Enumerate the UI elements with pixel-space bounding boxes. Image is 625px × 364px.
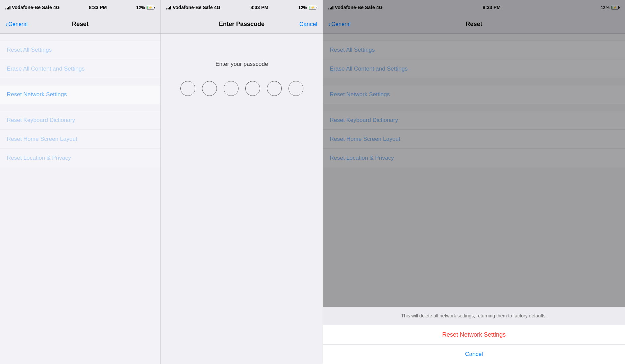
network-label-right: 4G — [376, 5, 383, 10]
passcode-dot-4 — [245, 81, 260, 96]
network-label-middle: 4G — [214, 5, 221, 10]
signal-icon-middle — [166, 5, 171, 9]
confirm-reset-button[interactable]: Reset Network Settings — [323, 325, 625, 345]
back-label-right: General — [331, 21, 351, 27]
separator-2-left — [0, 104, 160, 111]
battery-percent: 12% — [136, 5, 145, 10]
network-label: 4G — [53, 5, 60, 10]
middle-panel: Vodafone-Be Safe 4G 8:33 PM 12% ⚡ Enter … — [160, 0, 323, 364]
settings-group-2-right: Reset Network Settings — [323, 85, 625, 104]
battery-icon-right: ⚡ — [611, 6, 620, 9]
right-reset-all-settings[interactable]: Reset All Settings — [323, 41, 625, 59]
status-bar-middle-info: Vodafone-Be Safe 4G — [166, 5, 220, 10]
left-reset-home-screen[interactable]: Reset Home Screen Layout — [0, 130, 160, 149]
battery-percent-middle: 12% — [298, 5, 307, 10]
signal-icon — [5, 5, 10, 9]
nav-title-left: Reset — [72, 21, 89, 28]
action-sheet: This will delete all network settings, r… — [323, 307, 625, 364]
separator-1-left — [0, 78, 160, 85]
settings-group-2-left: Reset Network Settings — [0, 85, 160, 104]
battery-icon: ⚡ — [147, 6, 155, 9]
time-label-right: 8:33 PM — [483, 5, 501, 10]
separator-2-right — [323, 104, 625, 111]
action-sheet-message: This will delete all network settings, r… — [323, 307, 625, 325]
left-panel: Vodafone-Be Safe 4G 8:33 PM 12% ⚡ ‹ Gene… — [0, 0, 160, 364]
nav-bar-right: ‹ General Reset — [323, 15, 625, 34]
status-bar-left: Vodafone-Be Safe 4G 8:33 PM 12% ⚡ — [0, 0, 160, 15]
nav-title-right: Reset — [466, 21, 482, 28]
passcode-dot-2 — [202, 81, 217, 96]
nav-bar-middle: Enter Passcode Cancel — [161, 15, 323, 34]
carrier-label: Vodafone-Be Safe — [12, 5, 52, 10]
settings-list-right: Reset All Settings Erase All Content and… — [323, 34, 625, 167]
right-reset-location[interactable]: Reset Location & Privacy — [323, 149, 625, 167]
battery-icon-middle: ⚡ — [309, 6, 317, 9]
back-arrow-icon-right: ‹ — [328, 21, 331, 27]
action-sheet-cancel-button[interactable]: Cancel — [323, 345, 625, 364]
carrier-label-middle: Vodafone-Be Safe — [173, 5, 213, 10]
status-bar-right-info: Vodafone-Be Safe 4G — [328, 5, 382, 10]
status-bar-middle: Vodafone-Be Safe 4G 8:33 PM 12% ⚡ — [161, 0, 323, 15]
status-bar-right: Vodafone-Be Safe 4G 8:33 PM 12% ⚡ — [323, 0, 625, 15]
left-reset-keyboard[interactable]: Reset Keyboard Dictionary — [0, 111, 160, 130]
carrier-label-right: Vodafone-Be Safe — [335, 5, 375, 10]
passcode-dot-3 — [224, 81, 239, 96]
status-bar-left-info: Vodafone-Be Safe 4G — [5, 5, 59, 10]
settings-group-3-right: Reset Keyboard Dictionary Reset Home Scr… — [323, 111, 625, 167]
separator-1-right — [323, 78, 625, 85]
cancel-button-middle[interactable]: Cancel — [299, 21, 317, 28]
right-reset-keyboard[interactable]: Reset Keyboard Dictionary — [323, 111, 625, 130]
back-label-left: General — [8, 21, 28, 27]
passcode-dots — [180, 81, 303, 96]
time-label-middle: 8:33 PM — [250, 5, 268, 10]
nav-title-middle: Enter Passcode — [219, 21, 265, 28]
right-erase-all-content[interactable]: Erase All Content and Settings — [323, 59, 625, 78]
battery-area: 12% ⚡ — [136, 5, 155, 10]
passcode-dot-6 — [289, 81, 303, 96]
battery-area-middle: 12% ⚡ — [298, 5, 317, 10]
time-label: 8:33 PM — [89, 5, 107, 10]
settings-group-1-left: Reset All Settings Erase All Content and… — [0, 41, 160, 78]
nav-bar-left: ‹ General Reset — [0, 15, 160, 34]
right-reset-network-settings[interactable]: Reset Network Settings — [323, 85, 625, 104]
left-reset-all-settings[interactable]: Reset All Settings — [0, 41, 160, 59]
back-button-right[interactable]: ‹ General — [328, 21, 351, 27]
settings-list-left: Reset All Settings Erase All Content and… — [0, 34, 160, 167]
left-erase-all-content[interactable]: Erase All Content and Settings — [0, 59, 160, 78]
settings-group-3-left: Reset Keyboard Dictionary Reset Home Scr… — [0, 111, 160, 167]
right-reset-home-screen[interactable]: Reset Home Screen Layout — [323, 130, 625, 149]
battery-percent-right: 12% — [601, 5, 609, 10]
back-button-left[interactable]: ‹ General — [5, 21, 28, 27]
settings-group-1-right: Reset All Settings Erase All Content and… — [323, 41, 625, 78]
battery-area-right: 12% ⚡ — [601, 5, 620, 10]
passcode-dot-1 — [180, 81, 195, 96]
right-panel: Vodafone-Be Safe 4G 8:33 PM 12% ⚡ ‹ Gene… — [323, 0, 625, 364]
signal-icon-right — [328, 5, 333, 9]
left-reset-network-settings[interactable]: Reset Network Settings — [0, 85, 160, 104]
passcode-dot-5 — [267, 81, 282, 96]
passcode-prompt: Enter your passcode — [216, 61, 268, 68]
back-arrow-icon: ‹ — [5, 21, 8, 27]
passcode-container: Enter your passcode — [161, 34, 323, 96]
left-reset-location[interactable]: Reset Location & Privacy — [0, 149, 160, 167]
